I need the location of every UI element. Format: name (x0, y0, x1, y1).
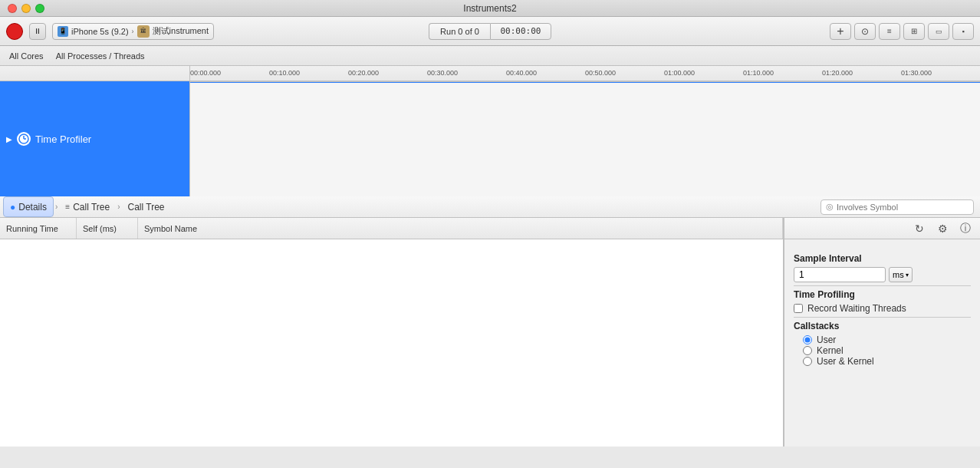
breadcrumb-call-tree-1[interactable]: ≡ Call Tree (59, 196, 116, 217)
window-title: Instruments2 (463, 3, 516, 14)
track-content (190, 81, 980, 196)
radio-user-kernel[interactable] (803, 357, 812, 366)
breadcrumb-sep-2: › (116, 203, 121, 211)
involves-symbol-icon: ◎ (826, 202, 834, 212)
close-button[interactable] (8, 4, 17, 13)
breadcrumb-call-tree-2[interactable]: Call Tree (122, 196, 171, 217)
breadcrumb-details[interactable]: ● Details (3, 196, 54, 217)
breadcrumb-sep-1: › (54, 203, 59, 211)
list-icon: ≡ (887, 27, 892, 35)
record-waiting-threads-label: Record Waiting Threads (807, 303, 906, 314)
filter-bar: All Cores All Processes / Threads (0, 46, 980, 66)
pause-button[interactable]: ⏸ (29, 23, 46, 40)
record-waiting-threads-checkbox[interactable] (794, 304, 803, 313)
involves-symbol-search[interactable]: ◎ (821, 199, 974, 215)
list-icon-breadcrumb: ≡ (65, 203, 70, 211)
maximize-button[interactable] (35, 4, 44, 13)
radio-kernel-label: Kernel (817, 345, 844, 356)
timeline-header: 00:00.00000:10.00000:20.00000:30.00000:4… (0, 66, 980, 81)
panel-right-icon: ▪ (962, 28, 964, 35)
sample-interval-row: ms ▾ (794, 267, 971, 282)
sample-interval-input[interactable] (794, 267, 886, 282)
window-controls (8, 4, 44, 13)
toolbar: ⏸ 📱 iPhone 5s (9.2) › 🏛 测试instrument Run… (0, 17, 980, 46)
right-panel: ↻ ⚙ ⓘ Sample Interval ms ▾ Time Profilin… (784, 218, 980, 447)
info-icon: ⓘ (960, 222, 971, 236)
ms-label: ms (893, 270, 904, 279)
device-label: iPhone 5s (9.2) (71, 27, 129, 36)
record-button[interactable] (6, 23, 23, 40)
breadcrumb-call-tree-1-label: Call Tree (73, 202, 110, 213)
ruler-mark: 00:40.000 (506, 69, 537, 77)
device-chevron-icon: › (132, 28, 134, 35)
col-header-running-time: Running Time (0, 218, 77, 239)
ruler-mark: 01:30.000 (901, 69, 932, 77)
track-label: Time Profiler (35, 133, 91, 145)
ruler-mark: 00:20.000 (348, 69, 379, 77)
minimize-button[interactable] (21, 4, 31, 13)
time-profiler-icon (17, 132, 31, 146)
callstacks-title: Callstacks (794, 321, 971, 331)
panel-content: Sample Interval ms ▾ Time Profiling Reco… (794, 247, 971, 367)
breadcrumb-call-tree-2-label: Call Tree (128, 202, 165, 213)
all-processes-filter[interactable]: All Processes / Threads (56, 51, 145, 61)
track-play-icon: ▶ (6, 135, 12, 143)
divider-2 (794, 317, 971, 318)
radio-user-row: User (803, 335, 971, 345)
radio-user-label: User (817, 335, 836, 345)
sample-interval-title: Sample Interval (794, 253, 971, 264)
breadcrumb-bar: ● Details › ≡ Call Tree › Call Tree ◎ (0, 196, 980, 218)
divider-1 (794, 285, 971, 286)
radio-user-kernel-label: User & Kernel (817, 356, 874, 367)
ruler-mark: 01:00.000 (664, 69, 695, 77)
radio-kernel[interactable] (803, 346, 812, 355)
grid-icon: ⊞ (911, 27, 917, 35)
run-info: Run 0 of 0 (429, 23, 490, 40)
ruler-mark: 01:10.000 (743, 69, 774, 77)
details-circle-icon: ● (10, 202, 15, 213)
panel-right-button[interactable]: ▪ (952, 23, 974, 40)
involves-symbol-input[interactable] (837, 203, 968, 212)
gear-button[interactable]: ⚙ (934, 220, 951, 237)
track-sidebar-time-profiler[interactable]: ▶ Time Profiler (0, 81, 190, 196)
device-selector[interactable]: 📱 iPhone 5s (9.2) › 🏛 测试instrument (52, 23, 214, 40)
radio-user-kernel-row: User & Kernel (803, 356, 971, 367)
camera-button[interactable]: ⊙ (854, 23, 876, 40)
radio-user[interactable] (803, 335, 812, 344)
app-icon: 🏛 (137, 25, 150, 38)
panel-left-icon: ▭ (936, 28, 942, 35)
app-label: 测试instrument (153, 25, 209, 37)
ruler-mark: 00:10.000 (269, 69, 300, 77)
add-instrument-button[interactable]: + (830, 23, 851, 40)
ruler-mark: 00:00.000 (190, 69, 221, 77)
table-body (0, 239, 783, 447)
refresh-button[interactable]: ↻ (911, 220, 928, 237)
timeline-ruler: 00:00.00000:10.00000:20.00000:30.00000:4… (190, 66, 980, 81)
track-area: ▶ Time Profiler (0, 81, 980, 196)
list-view-button[interactable]: ≡ (879, 23, 900, 40)
col-header-self: Self (ms) (77, 218, 138, 239)
ruler-mark: 01:20.000 (822, 69, 853, 77)
timeline-sidebar-space (0, 66, 190, 81)
breadcrumb-details-label: Details (18, 202, 47, 213)
table-header: Running Time Self (ms) Symbol Name (0, 218, 783, 239)
table-area: Running Time Self (ms) Symbol Name (0, 218, 784, 447)
title-bar: Instruments2 (0, 0, 980, 17)
all-cores-filter[interactable]: All Cores (9, 51, 44, 61)
col-header-symbol: Symbol Name (138, 218, 783, 239)
time-profiling-title: Time Profiling (794, 289, 971, 300)
panel-left-button[interactable]: ▭ (928, 23, 949, 40)
camera-icon: ⊙ (861, 26, 869, 37)
grid-view-button[interactable]: ⊞ (903, 23, 925, 40)
radio-kernel-row: Kernel (803, 345, 971, 356)
toolbar-right: + ⊙ ≡ ⊞ ▭ ▪ (830, 23, 974, 40)
ruler-mark: 00:30.000 (427, 69, 458, 77)
gear-icon: ⚙ (938, 222, 948, 235)
refresh-icon: ↻ (915, 222, 924, 235)
record-waiting-threads-row: Record Waiting Threads (794, 303, 971, 314)
main-content: Running Time Self (ms) Symbol Name ↻ ⚙ ⓘ (0, 218, 980, 447)
ms-selector[interactable]: ms ▾ (889, 267, 913, 282)
info-button[interactable]: ⓘ (957, 220, 974, 237)
ruler-mark: 00:50.000 (585, 69, 616, 77)
pause-icon: ⏸ (34, 27, 41, 35)
